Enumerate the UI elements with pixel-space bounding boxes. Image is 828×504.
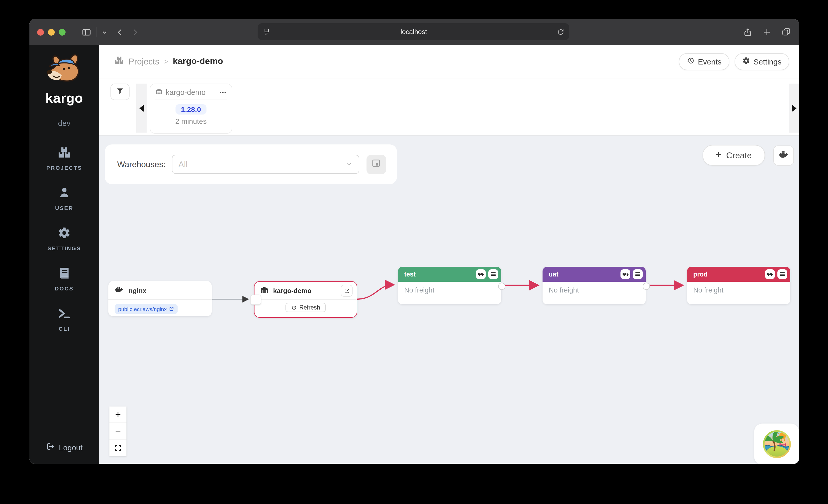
minimize-window-button[interactable] <box>48 29 55 35</box>
repo-node-nginx[interactable]: nginx public.ecr.aws/nginx <box>109 281 212 316</box>
tropical-island-icon <box>761 429 792 460</box>
chevron-down-icon <box>345 159 352 169</box>
warehouses-select-value: All <box>178 159 345 169</box>
brand-wordmark: kargo <box>45 90 83 106</box>
terminal-icon <box>58 307 71 322</box>
warehouse-icon <box>155 88 163 97</box>
stage-node-uat[interactable]: uat No freight <box>543 267 646 304</box>
env-label: dev <box>58 119 71 127</box>
island-badge[interactable] <box>754 423 799 464</box>
stage-collapse-handle[interactable]: − <box>498 283 505 290</box>
gear-icon <box>742 57 750 66</box>
close-window-button[interactable] <box>37 29 44 35</box>
screen: localhost <box>0 0 828 504</box>
stage-freight-status: No freight <box>543 282 646 299</box>
stage-node-test[interactable]: test No freight <box>398 267 501 304</box>
forward-button[interactable] <box>131 28 139 36</box>
image-layout-icon <box>371 158 381 170</box>
user-icon <box>58 186 71 201</box>
new-tab-icon[interactable] <box>762 28 771 36</box>
freight-menu-button[interactable]: ••• <box>220 90 226 95</box>
fullscreen-icon <box>114 444 122 452</box>
caret-left-icon <box>139 104 144 112</box>
freight-warehouse-name: kargo-demo <box>166 88 206 96</box>
breadcrumb: Projects > kargo-demo <box>115 56 223 67</box>
warehouse-icon <box>260 285 268 296</box>
sidebar: kargo dev PROJECTS USER <box>30 45 99 464</box>
freight-tag[interactable]: 1.28.0 <box>175 104 207 114</box>
sidebar-item-settings[interactable]: SETTINGS <box>47 226 81 251</box>
back-button[interactable] <box>116 28 124 36</box>
warehouses-select[interactable]: All <box>172 155 359 174</box>
sidebar-item-docs[interactable]: DOCS <box>55 267 74 291</box>
zoom-in-button[interactable]: + <box>110 407 126 423</box>
truck-icon <box>622 271 628 277</box>
docker-icon <box>779 149 789 162</box>
repo-url: public.ecr.aws/nginx <box>118 306 167 312</box>
events-button[interactable]: Events <box>679 53 730 70</box>
repo-node-name: nginx <box>129 287 147 294</box>
promote-freight-button[interactable] <box>765 269 775 279</box>
divider <box>155 100 226 100</box>
warehouses-filter-panel: Warehouses: All <box>105 144 397 184</box>
warehouse-node-name: kargo-demo <box>273 287 312 294</box>
zoom-window-button[interactable] <box>59 29 66 35</box>
stage-menu-button[interactable] <box>777 269 787 279</box>
stage-freight-status: No freight <box>687 282 790 299</box>
stage-menu-button[interactable] <box>488 269 498 279</box>
page-settings-icon[interactable] <box>263 28 271 36</box>
reload-icon[interactable] <box>557 28 564 35</box>
sidebar-item-user[interactable]: USER <box>55 186 73 211</box>
menu-icon <box>490 271 496 277</box>
project-settings-button[interactable]: Settings <box>735 53 789 70</box>
fit-view-button[interactable] <box>110 440 126 456</box>
freight-item-card[interactable]: kargo-demo ••• 1.28.0 2 minutes <box>150 84 232 134</box>
stage-name: prod <box>693 271 708 278</box>
address-bar[interactable]: localhost <box>258 23 569 40</box>
create-button[interactable]: + Create <box>703 145 765 166</box>
timeline-scroll-right[interactable] <box>789 84 799 133</box>
breadcrumb-projects-link[interactable]: Projects <box>129 56 159 66</box>
sidebar-item-projects[interactable]: PROJECTS <box>46 146 82 171</box>
sidebar-item-label: DOCS <box>55 285 74 291</box>
stage-name: uat <box>549 271 558 278</box>
sidebar-item-label: SETTINGS <box>47 245 81 251</box>
refresh-button[interactable]: Refresh <box>285 303 326 312</box>
external-link-icon <box>169 307 174 312</box>
sidebar-toggle-icon[interactable] <box>82 27 91 37</box>
stage-node-prod[interactable]: prod No freight <box>687 267 790 304</box>
stage-collapse-handle[interactable]: − <box>643 283 650 290</box>
logout-button[interactable]: Logout <box>46 442 83 452</box>
sidebar-item-cli[interactable]: CLI <box>58 307 71 332</box>
repo-link[interactable]: public.ecr.aws/nginx <box>115 304 177 314</box>
browser-window: localhost <box>30 19 799 464</box>
images-toggle-button[interactable] <box>773 145 794 166</box>
settings-label: Settings <box>754 57 782 66</box>
stage-name: test <box>404 271 416 278</box>
traffic-lights <box>30 29 66 35</box>
promote-freight-button[interactable] <box>620 269 630 279</box>
share-icon[interactable] <box>743 28 752 36</box>
promote-freight-button[interactable] <box>476 269 486 279</box>
timeline-scroll-left[interactable] <box>136 84 147 133</box>
zoom-out-button[interactable]: − <box>110 423 126 440</box>
warehouses-label: Warehouses: <box>117 159 165 169</box>
sidebar-nav: PROJECTS USER SETTINGS <box>46 146 82 332</box>
stage-freight-status: No freight <box>398 282 501 299</box>
warehouse-collapse-handle[interactable]: − <box>250 294 261 305</box>
sidebar-item-label: PROJECTS <box>46 165 82 171</box>
tab-group-chevron-icon[interactable] <box>102 29 108 35</box>
titlebar-divider <box>96 27 97 37</box>
sidebar-item-label: USER <box>55 205 73 211</box>
pipeline-canvas: Warehouses: All <box>99 136 799 464</box>
warehouse-node[interactable]: kargo-demo Refresh <box>254 281 357 318</box>
titlebar-right-actions <box>743 19 791 45</box>
stage-image-view-button[interactable] <box>366 154 386 174</box>
funnel-icon <box>116 87 124 97</box>
tab-overview-icon[interactable] <box>782 27 791 37</box>
stage-menu-button[interactable] <box>633 269 643 279</box>
freight-filter-button[interactable] <box>111 84 130 100</box>
warehouse-open-button[interactable] <box>341 285 353 296</box>
gear-icon <box>58 226 71 241</box>
logout-icon <box>46 442 55 452</box>
